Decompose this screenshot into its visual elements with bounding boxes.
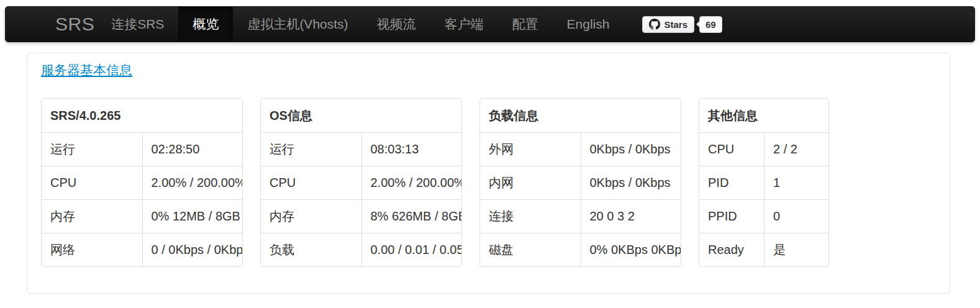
brand-logo[interactable]: SRS xyxy=(6,7,94,42)
info-tables: SRS/4.0.265运行02:28:50CPU2.00% / 200.00%内… xyxy=(41,98,935,267)
row-label: CPU xyxy=(699,132,764,166)
table-title: 其他信息 xyxy=(699,99,828,132)
nav-item-overview[interactable]: 概览 xyxy=(178,7,233,42)
nav-item-clients[interactable]: 客户端 xyxy=(430,7,498,42)
table-header-row: SRS/4.0.265 xyxy=(42,99,242,132)
table-title: SRS/4.0.265 xyxy=(42,99,242,132)
table-row: 磁盘0% 0KBps 0KBps xyxy=(480,233,681,266)
github-star-count[interactable]: 69 xyxy=(699,16,722,33)
row-label: 内存 xyxy=(261,199,361,233)
row-label: 网络 xyxy=(42,233,142,266)
row-label: 内网 xyxy=(480,166,581,199)
table-header-row: 负载信息 xyxy=(480,99,681,132)
table-title: OS信息 xyxy=(261,99,461,132)
table-row: 连接20 0 3 2 xyxy=(480,199,681,233)
table-other-info: 其他信息CPU2 / 2PID1PPID0Ready是 xyxy=(699,98,829,267)
table-row: CPU2.00% / 200.00% xyxy=(42,166,242,199)
nav-menu: 连接SRS概览虚拟主机(Vhosts)视频流客户端配置English xyxy=(97,7,624,42)
nav-item-english[interactable]: English xyxy=(553,7,624,42)
table-row: 外网0Kbps / 0Kbps xyxy=(480,132,681,166)
row-value: 20 0 3 2 xyxy=(581,199,681,233)
nav-item-connect-srs[interactable]: 连接SRS xyxy=(97,7,178,42)
row-label: 运行 xyxy=(261,132,361,166)
table-row: 内网0Kbps / 0Kbps xyxy=(480,166,681,199)
row-label: 负载 xyxy=(261,233,361,266)
row-label: CPU xyxy=(42,166,142,199)
table-row: 内存8% 626MB / 8GB xyxy=(261,199,461,233)
github-stars-button[interactable]: Stars xyxy=(642,16,694,33)
table-row: 负载0.00 / 0.01 / 0.05 xyxy=(261,233,461,266)
nav-item-vhosts[interactable]: 虚拟主机(Vhosts) xyxy=(233,7,362,42)
table-row: Ready是 xyxy=(699,233,828,266)
navbar: SRS 连接SRS概览虚拟主机(Vhosts)视频流客户端配置English S… xyxy=(5,6,975,42)
row-label: 磁盘 xyxy=(480,233,581,266)
row-value: 0.00 / 0.01 / 0.05 xyxy=(361,233,462,266)
table-srs-info: SRS/4.0.265运行02:28:50CPU2.00% / 200.00%内… xyxy=(41,98,243,267)
table-row: 运行02:28:50 xyxy=(42,132,242,166)
nav-item-streams[interactable]: 视频流 xyxy=(363,7,430,42)
github-icon xyxy=(649,19,660,30)
table-os-info: OS信息运行08:03:13CPU2.00% / 200.00%内存8% 626… xyxy=(260,98,462,267)
row-label: 连接 xyxy=(480,199,581,233)
server-info-panel: 服务器基本信息 SRS/4.0.265运行02:28:50CPU2.00% / … xyxy=(27,53,950,294)
row-value: 02:28:50 xyxy=(142,132,243,166)
server-info-link[interactable]: 服务器基本信息 xyxy=(41,61,132,79)
table-title: 负载信息 xyxy=(480,99,681,132)
row-value: 0% 12MB / 8GB xyxy=(142,199,243,233)
row-label: Ready xyxy=(699,233,764,266)
row-label: PID xyxy=(699,166,764,199)
table-row: CPU2 / 2 xyxy=(699,132,828,166)
row-label: 内存 xyxy=(42,199,142,233)
row-value: 0% 0KBps 0KBps xyxy=(581,233,681,266)
row-value: 2 / 2 xyxy=(764,132,828,166)
row-label: PPID xyxy=(699,199,764,233)
table-row: 内存0% 12MB / 8GB xyxy=(42,199,242,233)
row-value: 是 xyxy=(764,233,828,266)
table-header-row: OS信息 xyxy=(261,99,461,132)
nav-item-config[interactable]: 配置 xyxy=(498,7,553,42)
row-value: 08:03:13 xyxy=(361,132,462,166)
row-label: 外网 xyxy=(480,132,581,166)
row-value: 8% 626MB / 8GB xyxy=(361,199,462,233)
table-header-row: 其他信息 xyxy=(699,99,828,132)
github-stars-label: Stars xyxy=(664,19,687,30)
table-row: 运行08:03:13 xyxy=(261,132,461,166)
row-value: 1 xyxy=(764,166,828,199)
github-stars-widget: Stars 69 xyxy=(642,7,722,42)
row-value: 2.00% / 200.00% xyxy=(142,166,243,199)
table-row: PPID0 xyxy=(699,199,828,233)
row-value: 2.00% / 200.00% xyxy=(361,166,462,199)
row-label: 运行 xyxy=(42,132,142,166)
table-row: PID1 xyxy=(699,166,828,199)
table-load-info: 负载信息外网0Kbps / 0Kbps内网0Kbps / 0Kbps连接20 0… xyxy=(479,98,681,267)
table-row: CPU2.00% / 200.00% xyxy=(261,166,461,199)
row-value: 0 / 0Kbps / 0Kbps xyxy=(142,233,243,266)
row-value: 0 xyxy=(764,199,828,233)
row-label: CPU xyxy=(261,166,361,199)
table-row: 网络0 / 0Kbps / 0Kbps xyxy=(42,233,242,266)
row-value: 0Kbps / 0Kbps xyxy=(581,166,681,199)
row-value: 0Kbps / 0Kbps xyxy=(581,132,681,166)
